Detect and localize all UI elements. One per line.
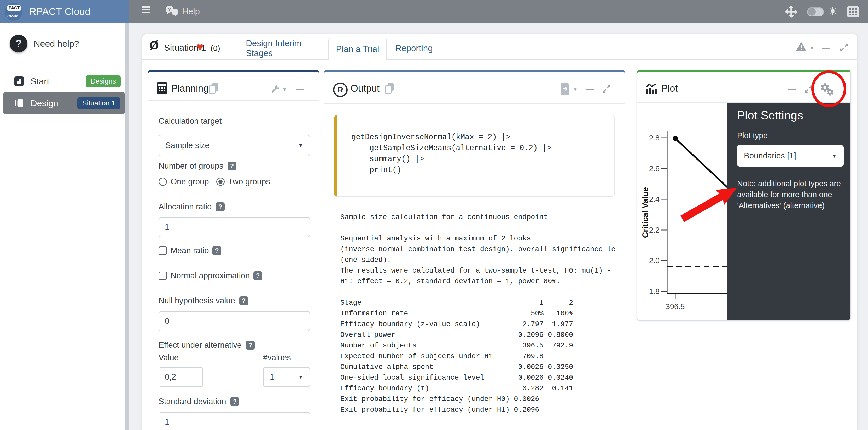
help-icon[interactable]: ? [253,271,262,280]
logo-top-text: PACT [7,5,21,11]
x-tick: 396.5 [666,302,685,311]
y-axis-label: Critical Value [641,187,650,238]
select-value: 1 [270,372,274,382]
panel-title: Output [350,83,379,94]
plot-settings-note: Note: additional plot types are availabl… [737,178,848,211]
rpact-logo-icon[interactable]: PACT Cloud [5,3,23,21]
grid-layout-icon[interactable] [847,6,859,18]
plot-settings-title: Plot Settings [737,109,803,122]
mean-ratio-checkbox[interactable] [159,246,167,255]
data-point [673,136,678,141]
calculation-target-select[interactable]: Sample size ▼ [159,135,310,156]
select-value: Boundaries [1] [744,151,796,161]
brand-name: RPACT Cloud [29,6,90,17]
export-report-icon[interactable] [560,82,570,95]
caret-down-icon: ▼ [832,153,837,159]
one-group-radio[interactable] [159,177,167,186]
need-help-item[interactable]: ? Need help? [10,35,79,53]
help-label: Help [182,6,200,16]
caret-down-icon: ▼ [282,87,287,92]
effect-value-input[interactable] [159,367,203,387]
sidebar: ? Need help? Start Designs Design Situat… [0,24,125,430]
chat-bubbles-icon: ? [165,5,179,18]
allocation-ratio-input[interactable] [159,217,310,237]
one-group-label: One group [170,177,209,187]
y-tick: 2.0 [649,256,659,265]
favorite-heart-icon[interactable]: ♥ [196,41,204,53]
minimize-panel-icon[interactable] [788,89,796,90]
tab-label: Plan a Trial [336,44,379,54]
effect-under-alternative-label: Effect under alternative [159,340,242,350]
standard-deviation-label: Standard deviation [159,397,226,406]
tab-reporting[interactable]: Reporting [393,38,435,59]
values-count-select[interactable]: 1 ▼ [263,367,310,387]
help-icon[interactable]: ? [227,162,237,170]
panel-header-divider [324,103,625,104]
sidebar-item-label: Design [31,98,58,108]
panel-title: Plot [661,83,678,94]
null-hypothesis-input[interactable] [159,311,310,331]
hamburger-menu-icon[interactable] [142,5,150,15]
topbar: ? Help ☀ [129,0,868,24]
select-value: Sample size [165,141,210,150]
toggle-knob [808,8,816,16]
planning-panel: Planning ▼ Calculation target Sample siz… [148,70,319,430]
tab-design-interim-stages[interactable]: Design Interim Stages [246,38,320,59]
tab-plan-a-trial[interactable]: Plan a Trial [328,38,387,60]
help-icon[interactable]: ? [239,296,248,305]
r-logo-icon: R [333,82,348,97]
need-help-label: Need help? [34,39,79,49]
minimize-card-icon[interactable] [822,47,830,49]
panel-header-divider [148,100,319,101]
y-tick: 2.4 [649,195,659,203]
help-icon[interactable]: ? [230,397,239,406]
plot-type-select[interactable]: Boundaries [1] ▼ [737,145,844,167]
help-icon[interactable]: ? [212,246,221,255]
expand-arrows-icon[interactable] [785,5,798,18]
minimize-panel-icon[interactable] [296,89,304,90]
y-tick: 1.8 [649,287,659,296]
standard-deviation-input[interactable] [159,412,310,430]
annotation-arrow [674,180,744,226]
normal-approximation-label: Normal approximation [170,271,250,280]
sidebar-scrollbar[interactable] [125,24,129,430]
minimize-panel-icon[interactable] [586,89,594,90]
caret-down-icon: ▼ [298,143,303,148]
help-button[interactable]: ? Help [165,4,200,19]
warnings-dropdown-icon[interactable] [796,41,807,51]
copy-icon[interactable] [384,83,395,94]
expand-card-icon[interactable] [839,42,849,53]
normal-approximation-checkbox[interactable] [159,271,167,280]
number-of-groups-label: Number of groups [159,161,223,171]
wrench-icon[interactable] [270,84,280,94]
tab-label: Design Interim Stages [246,38,320,58]
favorite-count: (0) [211,44,220,53]
sidebar-item-design[interactable]: Design Situation 1 [3,92,125,114]
calculation-target-label: Calculation target [159,117,221,126]
caret-down-icon: ▼ [298,374,303,379]
design-icon [14,98,24,108]
help-icon[interactable]: ? [246,341,255,350]
caret-down-icon: ▼ [810,46,814,51]
caret-down-icon: ▼ [573,87,578,92]
brightness-icon[interactable]: ☀ [827,4,838,18]
help-icon[interactable]: ? [216,202,225,211]
start-icon [14,76,24,86]
value-label: Value [159,353,179,362]
y-tick: 2.2 [649,226,659,234]
logo-bottom-text: Cloud [7,14,19,18]
sidebar-item-label: Start [31,76,50,87]
tab-label: Reporting [395,43,433,53]
two-groups-label: Two groups [228,177,270,187]
plot-settings-overlay: Plot Settings Plot type Boundaries [1] ▼… [727,103,851,321]
null-hypothesis-label: Null hypothesis value [159,296,235,305]
expand-panel-icon[interactable] [601,84,612,94]
two-groups-radio[interactable] [216,177,225,186]
copy-icon[interactable] [209,83,219,94]
sidebar-item-start[interactable]: Start Designs [3,73,125,89]
sidebar-header: PACT Cloud RPACT Cloud [0,0,129,24]
theme-toggle[interactable] [807,7,824,16]
r-output-text: Sample size calculation for a continuous… [340,212,624,416]
r-code: getDesignInverseNormal(kMax = 2) |> getS… [351,132,551,176]
panel-title: Planning [171,83,209,94]
